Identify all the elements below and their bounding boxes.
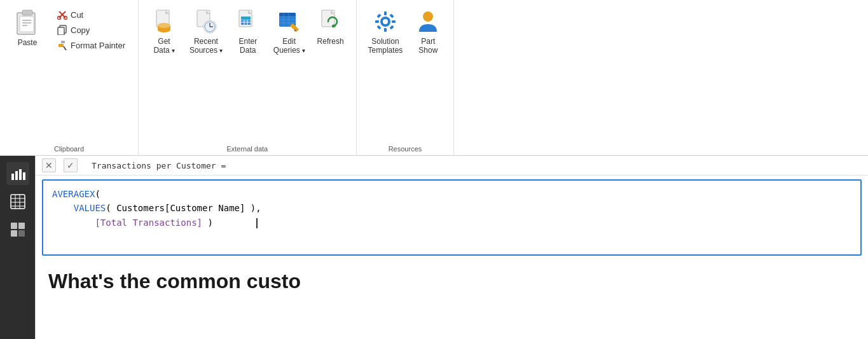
solution-templates-label: SolutionTemplates	[368, 37, 403, 55]
get-data-icon	[151, 9, 177, 34]
svg-rect-12	[59, 44, 64, 47]
svg-rect-58	[15, 171, 18, 180]
resources-label: Resources	[357, 145, 454, 153]
sidebar-grid-icon[interactable]	[6, 218, 29, 241]
solution-templates-button[interactable]: SolutionTemplates	[363, 5, 408, 59]
formula-confirm-button[interactable]: ✓	[64, 158, 78, 172]
svg-rect-11	[58, 27, 64, 35]
recent-sources-icon	[193, 9, 219, 34]
part-show-button[interactable]: PartShow	[409, 5, 447, 59]
edit-queries-label: EditQueries	[273, 37, 305, 55]
svg-rect-51	[392, 20, 396, 23]
part-show-label: PartShow	[418, 37, 437, 55]
formula-line-2: VALUES( Customers[Customer Name] ),	[52, 201, 851, 215]
clipboard-actions: Cut Copy Format Painter	[51, 5, 132, 55]
svg-rect-13	[61, 41, 65, 43]
cut-label: Cut	[71, 10, 83, 20]
svg-rect-1	[22, 10, 32, 15]
edit-queries-button[interactable]: EditQueries	[268, 5, 310, 59]
svg-rect-2	[20, 17, 34, 32]
svg-rect-49	[384, 28, 387, 32]
svg-line-14	[64, 46, 66, 50]
external-data-label: External data	[139, 145, 356, 153]
table-icon	[10, 194, 25, 209]
enter-data-label: EnterData	[238, 37, 257, 55]
refresh-button[interactable]: Refresh	[312, 5, 350, 50]
formula-line-1: AVERAGEX(	[52, 187, 851, 201]
svg-rect-33	[241, 17, 251, 20]
refresh-icon	[318, 9, 343, 34]
format-painter-button[interactable]: Format Painter	[53, 38, 129, 52]
paste-button[interactable]: Paste	[6, 5, 48, 50]
svg-rect-57	[11, 174, 14, 180]
enter-data-button[interactable]: EnterData	[229, 5, 267, 59]
recent-sources-label: RecentSources	[189, 37, 223, 55]
enter-data-icon	[235, 9, 261, 34]
big-heading: What's the common custo	[36, 259, 868, 303]
svg-rect-59	[19, 169, 22, 180]
averagex-keyword: AVERAGEX	[52, 189, 95, 199]
svg-rect-55	[389, 25, 394, 29]
get-data-label: GetData	[153, 37, 174, 55]
copy-button[interactable]: Copy	[53, 23, 129, 37]
paste-label: Paste	[18, 38, 38, 47]
resources-group: SolutionTemplates PartShow Resources	[357, 0, 455, 155]
sidebar-chart-icon[interactable]	[6, 162, 29, 185]
values-keyword: VALUES	[74, 203, 106, 213]
resources-buttons: SolutionTemplates PartShow	[363, 5, 448, 142]
svg-rect-48	[384, 11, 387, 15]
svg-rect-35	[279, 13, 296, 17]
clipboard-group: Paste Cut	[0, 0, 139, 155]
get-data-button[interactable]: GetData	[145, 5, 183, 59]
svg-rect-69	[11, 230, 17, 237]
format-painter-icon	[57, 40, 67, 50]
formula-line-3: [Total Transactions] )	[52, 216, 851, 230]
external-data-buttons: GetData RecentSources	[145, 5, 350, 142]
svg-rect-54	[376, 25, 381, 29]
bar-chart-icon	[10, 166, 25, 181]
formula-bar: ✕ ✓ Transactions per Customer = AVERAGEX…	[35, 156, 868, 339]
svg-point-47	[383, 19, 388, 24]
part-show-icon	[415, 9, 441, 34]
format-painter-label: Format Painter	[71, 41, 125, 50]
formula-bar-top: ✕ ✓ Transactions per Customer =	[36, 156, 868, 176]
external-data-group: GetData RecentSources	[139, 0, 357, 155]
scissors-icon	[57, 10, 67, 20]
svg-rect-67	[11, 223, 17, 229]
copy-label: Copy	[71, 25, 90, 35]
svg-rect-52	[376, 13, 381, 18]
text-cursor	[256, 218, 258, 228]
clipboard-group-label: Clipboard	[0, 145, 138, 155]
svg-rect-61	[11, 195, 25, 209]
svg-rect-60	[23, 172, 25, 180]
formula-name: Transactions per Customer =	[85, 161, 226, 170]
ribbon: Paste Cut	[0, 0, 868, 156]
copy-icon	[57, 25, 67, 35]
solution-templates-icon	[373, 9, 398, 34]
svg-rect-50	[375, 20, 379, 23]
recent-sources-button[interactable]: RecentSources	[184, 5, 228, 59]
svg-point-56	[423, 11, 433, 22]
sidebar-table-icon[interactable]	[6, 190, 29, 213]
big-heading-text: What's the common custo	[48, 270, 301, 293]
left-sidebar	[0, 156, 35, 339]
formula-editor[interactable]: AVERAGEX( VALUES( Customers[Customer Nam…	[42, 179, 862, 256]
edit-queries-icon	[277, 9, 302, 34]
svg-rect-53	[389, 13, 394, 18]
refresh-label: Refresh	[317, 37, 344, 46]
svg-point-19	[158, 23, 170, 28]
content-area: ✕ ✓ Transactions per Customer = AVERAGEX…	[0, 156, 868, 339]
svg-rect-68	[18, 223, 25, 229]
cut-button[interactable]: Cut	[53, 8, 129, 22]
total-transactions-measure: [Total Transactions]	[95, 218, 202, 228]
svg-rect-70	[18, 230, 25, 237]
formula-cancel-button[interactable]: ✕	[42, 158, 56, 172]
paste-icon	[13, 8, 42, 37]
grid-icon	[10, 222, 25, 237]
